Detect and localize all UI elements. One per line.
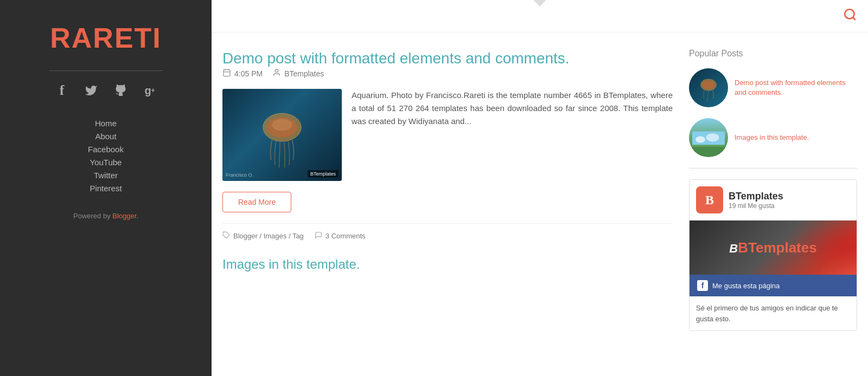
nav-item-home[interactable]: Home: [88, 119, 124, 128]
svg-point-14: [695, 137, 705, 143]
search-button[interactable]: [843, 8, 857, 25]
popular-post-thumb-1: [689, 68, 728, 107]
post-title[interactable]: Demo post with formatted elements and co…: [222, 50, 570, 67]
svg-rect-2: [224, 70, 230, 76]
img-photographer: Francisco O.: [226, 172, 253, 178]
btemplates-widget: B BTemplates 19 mil Me gusta BBTemplates…: [689, 179, 857, 331]
bt-logo: B: [696, 186, 723, 213]
post-comments-item: 3 Comments: [315, 231, 366, 241]
banner-text: BBTemplates: [729, 239, 816, 256]
post-time-meta: 4:05 PM: [222, 68, 263, 79]
post-comments: 3 Comments: [326, 232, 366, 240]
btemplates-banner: BBTemplates: [690, 221, 857, 275]
btemplates-header: B BTemplates 19 mil Me gusta: [690, 180, 857, 221]
main-content: Demo post with formatted elements and co…: [212, 0, 868, 376]
post-excerpt: Aquarium. Photo by Francisco.Rareti is t…: [352, 89, 673, 181]
thumb-landscape: [689, 118, 728, 157]
svg-point-12: [702, 80, 715, 89]
bt-likes: 19 mil Me gusta: [729, 202, 850, 210]
bt-name: BTemplates: [729, 191, 850, 202]
sidebar: RARETI f g+ Home About Facebook YouTube …: [0, 0, 212, 376]
blog-posts: Demo post with formatted elements and co…: [222, 49, 673, 331]
popular-posts-title: Popular Posts: [689, 49, 857, 59]
svg-rect-17: [692, 147, 725, 156]
post-tags: Blogger / Images / Tag: [233, 232, 304, 240]
twitter-icon[interactable]: [81, 81, 101, 100]
nav-arrow: [533, 0, 546, 7]
img-label: BTemplates: [308, 170, 339, 178]
sidebar-divider: [49, 70, 163, 71]
second-post-title[interactable]: Images in this template.: [222, 257, 360, 271]
svg-point-15: [706, 133, 719, 141]
widget-divider: [689, 168, 857, 168]
nav-item-youtube[interactable]: YouTube: [88, 158, 124, 167]
post-author: BTemplates: [284, 69, 324, 78]
btemplates-footer: f Me gusta esta página: [690, 275, 857, 296]
post-2: Images in this template.: [222, 257, 673, 272]
content-area: Demo post with formatted elements and co…: [212, 33, 868, 342]
top-bar: [212, 0, 868, 33]
widget-sidebar: Popular Posts Demo post with formatt: [689, 49, 857, 331]
thumb-jellyfish: [689, 68, 728, 107]
nav-item-facebook[interactable]: Facebook: [88, 145, 124, 154]
post-thumbnail: Francisco O. BTemplates: [222, 89, 342, 181]
post-1: Demo post with formatted elements and co…: [222, 49, 673, 241]
popular-post-item-2: Images in this template.: [689, 118, 857, 157]
post-time: 4:05 PM: [234, 69, 263, 78]
site-title: RARETI: [50, 22, 162, 54]
fb-button-text: Me gusta esta página: [712, 282, 780, 290]
googleplus-icon[interactable]: g+: [140, 81, 159, 100]
bt-header-info: BTemplates 19 mil Me gusta: [729, 191, 850, 210]
nav-links: Home About Facebook YouTube Twitter Pint…: [88, 115, 124, 197]
nav-item-twitter[interactable]: Twitter: [88, 171, 124, 180]
post-author-meta: BTemplates: [272, 68, 324, 79]
jellyfish-image: Francisco O. BTemplates: [222, 89, 342, 181]
popular-post-link-2[interactable]: Images in this template.: [735, 133, 809, 142]
nav-item-about[interactable]: About: [88, 132, 124, 141]
svg-point-6: [275, 69, 278, 72]
powered-by: Powered by Blogger.: [73, 212, 138, 220]
popular-post-link-1[interactable]: Demo post with formatted elements and co…: [735, 78, 857, 98]
comment-icon: [315, 231, 322, 241]
post-tags-item: Blogger / Images / Tag: [222, 231, 304, 241]
svg-line-1: [853, 17, 856, 20]
btemplates-description: Sé el primero de tus amigos en indicar q…: [690, 296, 857, 330]
svg-point-9: [272, 119, 292, 131]
facebook-widget-icon: f: [697, 280, 708, 291]
facebook-icon[interactable]: f: [52, 81, 72, 100]
github-icon[interactable]: [111, 81, 130, 100]
popular-post-item-1: Demo post with formatted elements and co…: [689, 68, 857, 107]
post-body: Francisco O. BTemplates Aquarium. Photo …: [222, 89, 673, 181]
social-icons: f g+: [52, 81, 159, 100]
popular-post-thumb-2: [689, 118, 728, 157]
read-more-button[interactable]: Read More: [222, 192, 291, 212]
svg-point-0: [845, 9, 854, 18]
tag-icon: [222, 231, 230, 241]
post-footer: Blogger / Images / Tag 3 Comments: [222, 223, 673, 241]
author-icon: [272, 68, 281, 79]
post-meta: 4:05 PM BTemplates: [222, 68, 673, 79]
nav-item-pinterest[interactable]: Pinterest: [88, 184, 124, 193]
calendar-icon: [222, 68, 231, 79]
